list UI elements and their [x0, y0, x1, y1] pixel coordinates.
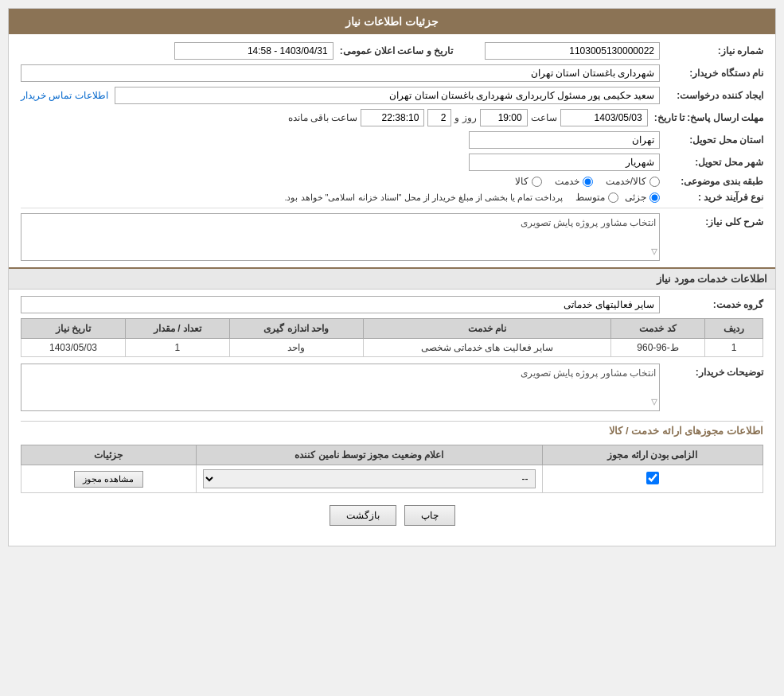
- general-desc-label: شرح کلی نیاز:: [660, 213, 763, 227]
- cell-date: 1403/05/03: [21, 339, 126, 357]
- cell-quantity: 1: [125, 339, 229, 357]
- service-group-input[interactable]: [21, 296, 660, 313]
- province-label: استان محل تحویل:: [660, 134, 763, 146]
- perm-details-cell: مشاهده مجوز: [21, 465, 197, 493]
- perm-required-cell: [542, 465, 763, 493]
- col-row-num: ردیف: [704, 319, 763, 339]
- process-jozyi[interactable]: جزئی: [625, 192, 660, 203]
- category-kala[interactable]: کالا: [515, 176, 542, 187]
- province-input[interactable]: [469, 131, 660, 149]
- category-kala-radio[interactable]: [532, 177, 542, 187]
- process-jozyi-radio[interactable]: [649, 192, 660, 203]
- perm-table: الزامی بودن ارائه مجوز اعلام وضعیت مجوز …: [21, 445, 763, 493]
- city-input[interactable]: [469, 154, 660, 171]
- category-khadamat-radio[interactable]: [583, 177, 593, 187]
- perm-col-status: اعلام وضعیت مجوز توسط نامین کننده: [196, 445, 542, 465]
- category-khadamat[interactable]: خدمت: [555, 176, 593, 187]
- deadline-remain-input[interactable]: [361, 109, 424, 126]
- deadline-time-label: ساعت: [531, 112, 557, 123]
- general-desc-box: انتخاب مشاور پروژه پایش تصویری ▿: [21, 213, 660, 261]
- perm-col-details: جزئیات: [21, 445, 197, 465]
- page-title: جزئیات اطلاعات نیاز: [9, 9, 775, 34]
- print-button[interactable]: چاپ: [404, 505, 455, 526]
- contact-link[interactable]: اطلاعات تماس خریدار: [21, 90, 108, 101]
- view-perm-button[interactable]: مشاهده مجوز: [74, 471, 142, 488]
- creator-input[interactable]: [115, 87, 660, 104]
- category-kala-khadamat[interactable]: کالا/خدمت: [606, 176, 660, 187]
- city-label: شهر محل تحویل:: [660, 157, 763, 168]
- buyer-desc-label: توضیحات خریدار:: [660, 364, 763, 378]
- category-label: طبقه بندی موضوعی:: [660, 176, 763, 187]
- buyer-org-input[interactable]: [21, 64, 660, 82]
- col-quantity: تعداد / مقدار: [125, 319, 229, 339]
- category-kala-khadamat-label: کالا/خدمت: [606, 176, 646, 187]
- process-motavasset-radio[interactable]: [608, 192, 618, 203]
- cell-unit: واحد: [229, 339, 363, 357]
- process-note: پرداخت تمام یا بخشی از مبلغ خریدار از مح…: [284, 192, 563, 203]
- services-section-header: اطلاعات خدمات مورد نیاز: [9, 267, 775, 290]
- deadline-label: مهلت ارسال پاسخ: تا تاریخ:: [648, 112, 763, 123]
- deadline-remain-label: ساعت باقی مانده: [288, 112, 358, 123]
- category-khadamat-label: خدمت: [555, 176, 579, 187]
- perm-status-cell[interactable]: --: [196, 465, 542, 493]
- deadline-time-input[interactable]: [480, 109, 528, 126]
- buyer-desc-value: انتخاب مشاور پروژه پایش تصویری: [521, 367, 656, 379]
- buyer-desc-box: انتخاب مشاور پروژه پایش تصویری ▿: [21, 364, 660, 411]
- general-desc-value: انتخاب مشاور پروژه پایش تصویری: [521, 217, 656, 228]
- table-row: 1 ط-96-960 سایر فعالیت های خدماتی شخصی و…: [21, 339, 763, 357]
- category-kala-khadamat-radio[interactable]: [649, 177, 660, 187]
- perm-row: -- مشاهده مجوز: [21, 465, 763, 493]
- need-number-input[interactable]: [485, 42, 660, 60]
- category-kala-label: کالا: [515, 176, 529, 187]
- service-group-label: گروه خدمت:: [660, 299, 763, 310]
- col-unit: واحد اندازه گیری: [229, 319, 363, 339]
- buyer-org-label: نام دستگاه خریدار:: [660, 68, 763, 79]
- back-button[interactable]: بازگشت: [330, 505, 396, 526]
- perm-col-required: الزامی بودن ارائه مجوز: [542, 445, 763, 465]
- deadline-date-input[interactable]: [560, 109, 648, 126]
- deadline-day-label: روز و: [454, 112, 476, 123]
- process-label: نوع فرآیند خرید :: [660, 192, 763, 203]
- perm-status-select[interactable]: --: [203, 469, 536, 488]
- col-service-name: نام خدمت: [363, 319, 611, 339]
- col-service-code: کد خدمت: [611, 319, 705, 339]
- bottom-buttons: چاپ بازگشت: [21, 493, 763, 538]
- deadline-days-input[interactable]: [427, 109, 451, 126]
- buyer-desc-resize: ▿: [651, 394, 657, 409]
- resize-handle: ▿: [651, 243, 657, 259]
- perm-required-checkbox[interactable]: [646, 472, 659, 484]
- announcement-date-label: تاریخ و ساعت اعلان عمومی:: [333, 45, 453, 56]
- process-motavasset[interactable]: متوسط: [575, 192, 618, 203]
- cell-service-code: ط-96-960: [611, 339, 705, 357]
- cell-service-name: سایر فعالیت های خدماتی شخصی: [363, 339, 611, 357]
- perm-section-label: اطلاعات مجوزهای ارائه خدمت / کالا: [609, 425, 763, 437]
- need-number-label: شماره نیاز:: [660, 45, 763, 56]
- cell-row-num: 1: [704, 339, 763, 357]
- services-table: ردیف کد خدمت نام خدمت واحد اندازه گیری ت…: [21, 318, 763, 357]
- creator-label: ایجاد کننده درخواست:: [660, 90, 763, 101]
- announcement-date-input[interactable]: [174, 42, 333, 60]
- process-jozyi-label: جزئی: [625, 192, 646, 203]
- process-motavasset-label: متوسط: [575, 192, 605, 203]
- col-date: تاریخ نیاز: [21, 319, 126, 339]
